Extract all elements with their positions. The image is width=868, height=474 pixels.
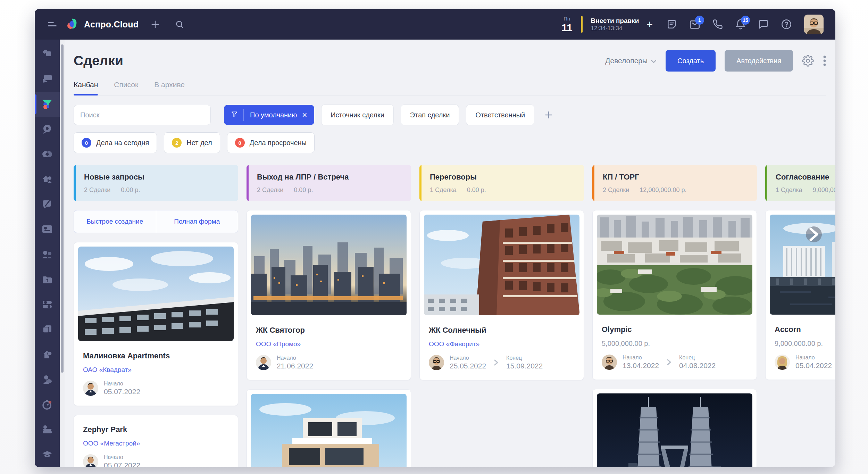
clear-filter-icon[interactable]: ✕	[302, 111, 307, 119]
sidebar-item-hr[interactable]	[35, 367, 60, 392]
more-options-icon[interactable]	[823, 55, 826, 67]
funnel-icon	[231, 111, 238, 119]
sidebar-item-time-tracking[interactable]	[35, 392, 60, 417]
responsible-avatar[interactable]	[256, 355, 271, 370]
mail-icon[interactable]: 1	[685, 14, 705, 34]
responsible-avatar[interactable]	[83, 454, 98, 467]
filter-preset-button[interactable]: По умолчанию ✕	[224, 105, 314, 125]
counter-no-tasks[interactable]: 2 Нет дел	[164, 132, 220, 153]
deal-card-zephyr[interactable]: Zephyr Park ООО «Мегастрой» Начало 05.07…	[74, 415, 238, 467]
sidebar-item-portal[interactable]	[35, 342, 60, 367]
column-header[interactable]: Выход на ЛПР / Встреча 2 Сделки0.00 р.	[247, 165, 411, 201]
tab-list[interactable]: Список	[114, 81, 138, 95]
filter-chip-source[interactable]: Источник сделки	[321, 105, 394, 125]
deal-title: ЖК Святогор	[256, 326, 402, 335]
create-button[interactable]: Создать	[666, 50, 716, 72]
deal-company-link[interactable]: ООО «Мегастрой»	[83, 440, 229, 447]
deal-card-solnechny[interactable]: ЖК Солнечный ООО «Фаворит» Начало 25.05.…	[419, 210, 584, 380]
start-label: Начало	[623, 355, 659, 361]
chat-icon[interactable]	[753, 14, 774, 34]
gear-icon[interactable]	[802, 55, 814, 67]
sidebar-item-team[interactable]	[35, 242, 60, 267]
pipeline-selector[interactable]: Девелоперы	[605, 57, 657, 65]
sidebar-item-messages[interactable]	[35, 192, 60, 217]
sidebar-item-deals[interactable]	[35, 92, 60, 117]
search-input[interactable]	[74, 105, 211, 125]
start-label: Начало	[795, 355, 832, 361]
page-scrollbar[interactable]	[60, 40, 65, 467]
app-name: Аспро.Cloud	[84, 19, 139, 30]
sidebar-item-learning[interactable]	[35, 442, 60, 467]
filter-chip-stage[interactable]: Этап сделки	[401, 105, 459, 125]
add-event-icon[interactable]: +	[646, 18, 653, 30]
sidebar-item-dashboard[interactable]	[35, 42, 60, 67]
end-date: 15.09.2022	[506, 362, 543, 370]
menu-icon[interactable]	[48, 20, 57, 28]
scroll-columns-next-button[interactable]	[806, 226, 822, 242]
column-header[interactable]: Новые запросы 2 Сделки0.00 р.	[74, 165, 238, 201]
main-content: Сделки Девелоперы Создать Автодействия	[65, 40, 835, 467]
counter-today[interactable]: 0 Дела на сегодня	[74, 132, 157, 153]
deal-card-malinovka[interactable]: Малиновка Apartments ОАО «Квадрат» Начал…	[74, 242, 238, 406]
counter-overdue-label: Дела просрочены	[250, 139, 307, 147]
sidebar-item-projects[interactable]	[35, 67, 60, 92]
start-label: Начало	[104, 454, 140, 460]
start-date: 25.05.2022	[450, 362, 486, 370]
deal-title: ЖК Солнечный	[429, 326, 575, 335]
deal-company-link[interactable]: ООО «Фаворит»	[429, 340, 575, 348]
deal-company-link[interactable]: ООО «Промо»	[256, 340, 402, 348]
start-label: Начало	[104, 381, 140, 387]
create-plus-icon[interactable]	[148, 17, 163, 32]
next-event[interactable]: Внести правки 12:34-13:34	[591, 17, 639, 32]
responsible-avatar[interactable]	[429, 355, 444, 370]
notes-icon[interactable]	[662, 14, 682, 34]
sidebar-item-company[interactable]	[35, 167, 60, 192]
deal-card-svyatogor[interactable]: ЖК Святогор ООО «Промо» Начало 21.06.202…	[247, 210, 411, 380]
column-header[interactable]: Переговоры 1 Сделка0.00 р.	[419, 165, 584, 201]
column-accent-bar	[765, 165, 767, 201]
kanban-column-lpr-meeting: Выход на ЛПР / Встреча 2 Сделки0.00 р.	[247, 165, 411, 467]
tab-archive[interactable]: В архиве	[154, 81, 185, 95]
deal-company-link[interactable]: ОАО «Квадрат»	[83, 366, 229, 374]
view-tabs: Канбан Список В архиве	[74, 81, 826, 95]
day-name: Пн	[561, 16, 573, 21]
responsible-avatar[interactable]	[602, 355, 617, 370]
column-header[interactable]: КП / ТОРГ 2 Сделки12,000,000.00 р.	[592, 165, 757, 201]
sidebar-item-files[interactable]	[35, 267, 60, 292]
counter-no-tasks-label: Нет дел	[186, 139, 212, 147]
start-date: 13.04.2022	[623, 361, 659, 370]
filter-chip-responsible[interactable]: Ответственный	[466, 105, 534, 125]
column-title: Новые запросы	[84, 173, 230, 182]
tab-kanban[interactable]: Канбан	[74, 81, 98, 95]
help-icon[interactable]	[776, 14, 796, 34]
deal-card-olympic[interactable]: Olympic 5,000,000.00 р. Начало 13.04.202…	[592, 210, 757, 380]
sidebar-item-documents[interactable]	[35, 317, 60, 342]
add-filter-icon[interactable]	[544, 110, 553, 119]
sidebar-item-clients-base[interactable]	[35, 417, 60, 442]
user-avatar[interactable]	[804, 15, 824, 34]
deal-card-accorn[interactable]: Accorn 9,000,000.00 р. Начало 05.04.2022	[765, 210, 835, 380]
deal-card-towers[interactable]	[592, 389, 757, 467]
kanban-column-agreement: Согласование 1 Сделка9,000,000.00 р.	[765, 165, 835, 380]
counter-overdue[interactable]: 0 Дела просрочены	[227, 132, 315, 153]
autoactions-button[interactable]: Автодействия	[725, 50, 793, 72]
start-date: 05.07.2022	[104, 388, 140, 396]
sidebar-item-settings-toggles[interactable]	[35, 292, 60, 317]
deal-card-villa[interactable]	[247, 389, 411, 467]
responsible-avatar[interactable]	[83, 381, 98, 396]
calendar-date[interactable]: Пн 11	[561, 16, 573, 33]
full-form-button[interactable]: Полная форма	[156, 210, 238, 233]
bell-icon[interactable]: 15	[731, 14, 751, 34]
quick-create-button[interactable]: Быстрое создание	[74, 210, 156, 233]
sidebar-item-contacts[interactable]	[35, 217, 60, 242]
sidebar-item-chats[interactable]	[35, 117, 60, 142]
phone-icon[interactable]	[708, 14, 728, 34]
search-icon[interactable]	[172, 17, 187, 32]
pipeline-label: Девелоперы	[605, 57, 648, 65]
scrollbar-thumb[interactable]	[61, 44, 64, 373]
sidebar-item-crm[interactable]	[35, 142, 60, 167]
responsible-avatar[interactable]	[775, 355, 790, 370]
column-header[interactable]: Согласование 1 Сделка9,000,000.00 р.	[765, 165, 835, 201]
column-count: 1 Сделка	[776, 186, 802, 194]
app-logo[interactable]: Аспро.Cloud	[66, 17, 139, 32]
